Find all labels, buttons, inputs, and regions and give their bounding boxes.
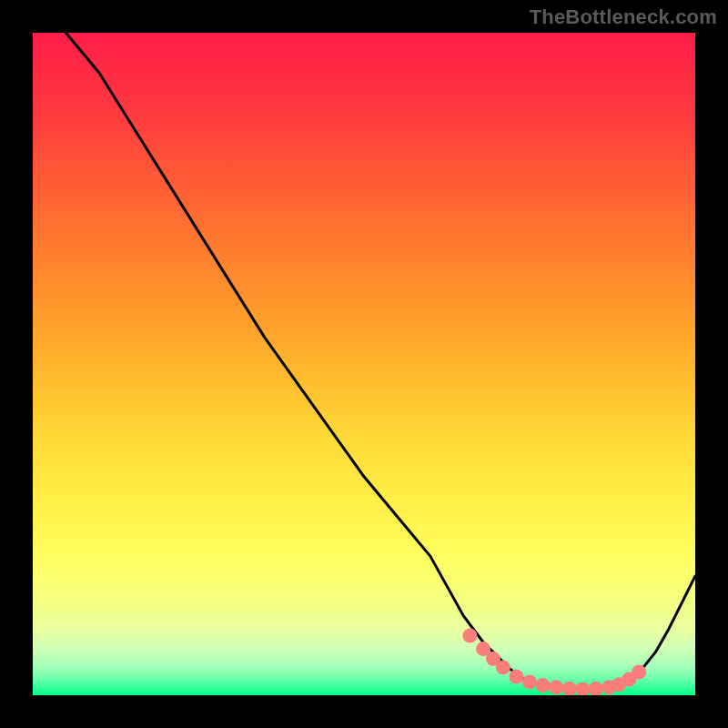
data-marker (462, 628, 477, 642)
data-marker (562, 682, 577, 695)
plot-area (33, 33, 695, 695)
data-marker (509, 670, 523, 684)
data-marker (496, 660, 511, 674)
watermark-text: TheBottleneck.com (530, 5, 717, 29)
chart-svg (33, 33, 695, 695)
data-marker (632, 665, 646, 680)
data-marker (589, 682, 603, 695)
gradient-background (33, 33, 695, 695)
data-marker (549, 680, 563, 694)
data-marker (536, 678, 551, 693)
chart-container: TheBottleneck.com (0, 0, 728, 728)
data-marker (522, 674, 537, 689)
